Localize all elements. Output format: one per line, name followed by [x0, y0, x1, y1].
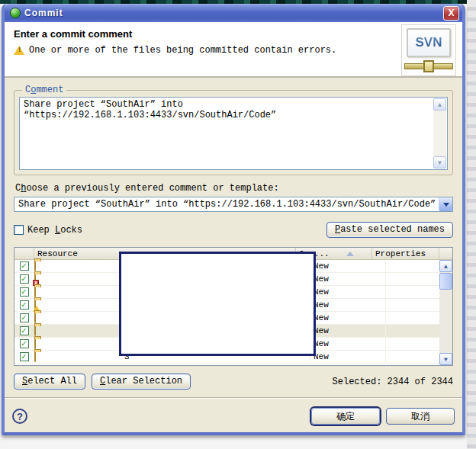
header-checkbox-col — [14, 248, 34, 259]
previous-comment-select[interactable]: Share project “SouthAir” into “https://1… — [14, 197, 453, 212]
page-title: Enter a commit comment — [14, 28, 453, 40]
content-status-cell: New — [309, 313, 385, 322]
row-checkbox[interactable] — [20, 352, 29, 361]
footer-divider — [5, 397, 462, 399]
cancel-button[interactable]: 取消 — [386, 408, 455, 425]
svn-logo-node — [423, 60, 434, 72]
help-button[interactable]: ? — [12, 409, 27, 424]
folder-icon — [34, 326, 36, 336]
content-status-cell: New — [309, 339, 385, 348]
row-checkbox[interactable] — [20, 300, 29, 309]
chevron-down-icon[interactable] — [439, 197, 452, 211]
content-status-cell: New — [309, 352, 385, 361]
comment-input[interactable]: Share project “SouthAir” into “https://1… — [19, 97, 448, 170]
content-status-cell: New — [309, 326, 385, 335]
row-checkbox[interactable] — [20, 261, 29, 271]
folder-icon — [34, 313, 36, 323]
table-scroll-down-icon[interactable]: ▼ — [439, 353, 452, 365]
folder-icon — [34, 261, 36, 271]
folder-icon: x — [34, 274, 36, 284]
content-status-cell: New — [309, 300, 385, 309]
svn-logo-text: SVN — [416, 35, 442, 50]
comment-group-label: Comment — [22, 85, 66, 95]
svn-logo-cable — [404, 63, 453, 69]
app-icon — [10, 8, 21, 18]
svn-logo-screen: SVN — [407, 28, 451, 57]
header-properties[interactable]: Properties — [372, 248, 439, 259]
select-all-button[interactable]: Select All — [14, 374, 85, 390]
row-checkbox[interactable] — [20, 274, 29, 284]
keep-locks-checkbox[interactable] — [14, 225, 24, 235]
content-status-cell: New — [309, 261, 385, 271]
svn-logo: SVN — [401, 24, 456, 76]
commit-dialog: Commit X Enter a commit comment One or m… — [2, 4, 465, 435]
scroll-up-icon[interactable]: ▲ — [433, 98, 446, 111]
folder-icon — [34, 351, 36, 362]
window-title: Commit — [24, 8, 63, 18]
dialog-header: Enter a commit comment One or more of th… — [5, 22, 462, 78]
redaction-overlay — [119, 252, 316, 356]
folder-icon — [34, 287, 36, 297]
previous-comment-value: Share project “SouthAir” into “https://1… — [14, 199, 439, 210]
folder-icon — [34, 338, 36, 349]
comment-groupbox: Comment Share project “SouthAir” into “h… — [14, 90, 453, 175]
comment-scrollbar[interactable]: ▲ ▼ — [433, 98, 446, 168]
warning-icon — [14, 46, 24, 55]
previous-comment-label: Choose a previously entered comment or t… — [15, 183, 453, 194]
content-status-cell: New — [309, 287, 385, 297]
sort-asc-icon — [346, 252, 354, 256]
content-status-cell: New — [309, 274, 385, 284]
paste-selected-names-button[interactable]: Paste selected names — [326, 222, 453, 238]
table-scrollbar[interactable]: ▲ ▼ — [439, 260, 452, 365]
row-checkbox[interactable] — [20, 339, 29, 348]
close-icon[interactable]: X — [443, 6, 459, 21]
table-scroll-thumb[interactable] — [439, 273, 452, 290]
warning-message: One or more of the files being committed… — [29, 45, 336, 56]
selection-status: Selected: 2344 of 2344 — [333, 377, 453, 387]
row-checkbox[interactable] — [20, 287, 29, 297]
comment-text: Share project “SouthAir” into “https://1… — [24, 99, 276, 120]
scroll-down-icon[interactable]: ▼ — [433, 156, 446, 168]
desktop-edge-noise — [467, 0, 476, 449]
clear-selection-button[interactable]: Clear Selection — [92, 374, 191, 390]
row-checkbox[interactable] — [20, 313, 29, 322]
row-checkbox[interactable] — [20, 326, 29, 335]
titlebar[interactable]: Commit X — [5, 4, 462, 22]
button-bar: ? 确定 取消 — [5, 400, 462, 432]
ok-button[interactable]: 确定 — [311, 408, 380, 425]
folder-icon — [34, 300, 36, 310]
keep-locks-label: Keep Locks — [27, 225, 82, 236]
table-scroll-up-icon[interactable]: ▲ — [439, 260, 452, 272]
